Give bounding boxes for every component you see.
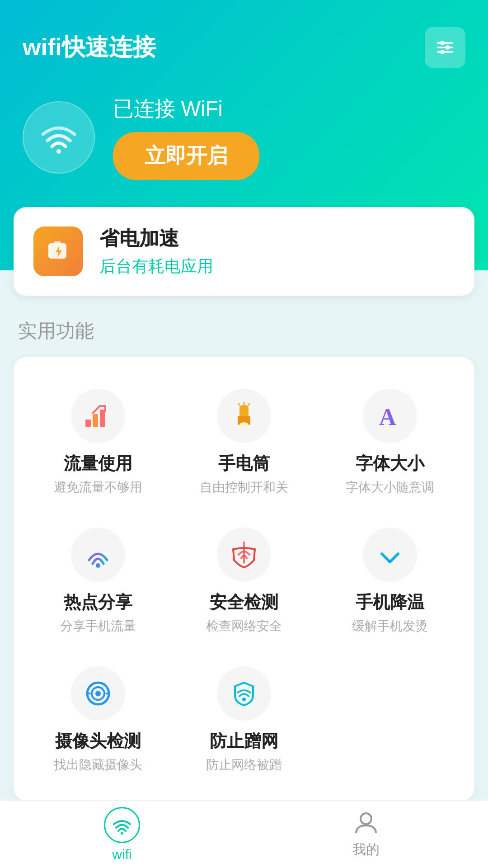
main-content: 省电加速 后台有耗电应用 实用功能 流量使用 避免流量不够用 [0,207,488,868]
svg-point-24 [95,691,101,696]
wifi-connected-text: 已连接 WiFi [113,95,259,123]
bottom-nav: wifi 我的 [0,800,488,868]
feature-item-camera[interactable]: 摄像头检测 找出隐藏摄像头 [27,653,169,783]
svg-line-16 [239,404,239,405]
svg-rect-12 [239,405,249,418]
wifi-status-row: 已连接 WiFi 立即开启 [23,95,465,180]
app-title: wifi快速连接 [23,32,156,63]
torch-desc: 自由控制开和关 [200,479,288,496]
mine-nav-icon [352,810,380,837]
feature-item-cooling[interactable]: 手机降温 缓解手机发烫 [319,514,461,644]
battery-icon [45,238,72,265]
hotspot-icon-wrap [71,528,125,582]
svg-point-5 [440,50,445,54]
security-icon-wrap [217,528,271,582]
wifi-nav-signal-icon [112,815,132,835]
hotspot-icon [84,540,113,569]
cooling-icon-wrap [363,528,417,582]
feature-item-font[interactable]: A 字体大小 字体大小随意调 [319,375,461,505]
font-icon-wrap: A [363,389,417,443]
feature-item-security[interactable]: 安全检测 检查网络安全 [173,514,314,644]
wifi-guard-icon [230,679,258,708]
camera-name: 摄像头检测 [55,730,141,753]
header-top: wifi快速连接 [23,27,465,68]
feature-item-torch[interactable]: 手电筒 自由控制开和关 [173,375,314,505]
hotspot-desc: 分享手机流量 [60,618,136,635]
wifi-large-icon [38,117,79,158]
section-title: 实用功能 [14,318,474,344]
cooling-name: 手机降温 [356,591,424,614]
traffic-icon [84,401,113,430]
wifi-circle-icon [23,101,95,174]
battery-title: 省电加速 [99,225,213,252]
wifi-status-right: 已连接 WiFi 立即开启 [113,95,259,180]
svg-rect-8 [54,241,61,245]
wifi-guard-icon-wrap [217,666,271,721]
svg-point-28 [121,832,123,835]
battery-card[interactable]: 省电加速 后台有耗电应用 [14,207,474,296]
wifi-nav-icon [104,807,140,843]
wifi-guard-name: 防止蹭网 [210,730,278,753]
security-desc: 检查网络安全 [206,618,282,635]
camera-desc: 找出隐藏摄像头 [54,756,142,774]
svg-point-3 [440,41,445,45]
feature-item-hotspot[interactable]: 热点分享 分享手机流量 [27,514,169,644]
traffic-icon-wrap [71,389,125,443]
font-name: 字体大小 [356,452,424,475]
svg-rect-10 [93,414,98,427]
security-icon [230,540,258,569]
feature-item-traffic[interactable]: 流量使用 避免流量不够用 [27,375,169,505]
wifi-guard-desc: 防止网络被蹭 [206,756,282,774]
svg-point-29 [361,813,371,824]
svg-point-27 [242,698,246,701]
camera-icon-wrap [71,666,125,721]
mine-nav-label: 我的 [352,840,380,859]
torch-name: 手电筒 [218,452,270,475]
settings-button[interactable] [425,27,465,68]
font-desc: 字体大小随意调 [346,479,434,496]
font-icon: A [375,401,404,430]
features-grid-card: 流量使用 避免流量不够用 [14,357,474,801]
traffic-name: 流量使用 [64,452,132,475]
start-button[interactable]: 立即开启 [113,132,259,180]
cooling-desc: 缓解手机发烫 [352,618,428,635]
battery-icon-wrap [33,226,83,276]
svg-rect-9 [85,420,91,427]
torch-icon [230,401,258,430]
nav-item-wifi[interactable]: wifi [0,801,244,868]
svg-point-19 [96,563,100,568]
svg-point-4 [446,45,450,50]
traffic-desc: 避免流量不够用 [54,479,142,496]
battery-subtitle: 后台有耗电应用 [99,255,213,278]
cooling-icon [375,540,404,569]
torch-icon-wrap [217,389,271,443]
feature-item-wifi-guard[interactable]: 防止蹭网 防止网络被蹭 [173,653,314,783]
svg-rect-11 [100,410,105,427]
svg-line-17 [249,404,249,405]
settings-icon [434,37,456,58]
nav-item-mine[interactable]: 我的 [244,801,488,868]
svg-point-6 [56,149,61,154]
hotspot-name: 热点分享 [64,591,132,614]
security-name: 安全检测 [210,591,278,614]
svg-point-14 [239,422,249,428]
battery-info: 省电加速 后台有耗电应用 [99,225,213,278]
camera-icon [84,679,113,708]
svg-text:A: A [379,404,396,430]
wifi-nav-label: wifi [112,847,131,862]
features-grid: 流量使用 避免流量不够用 [27,375,461,783]
